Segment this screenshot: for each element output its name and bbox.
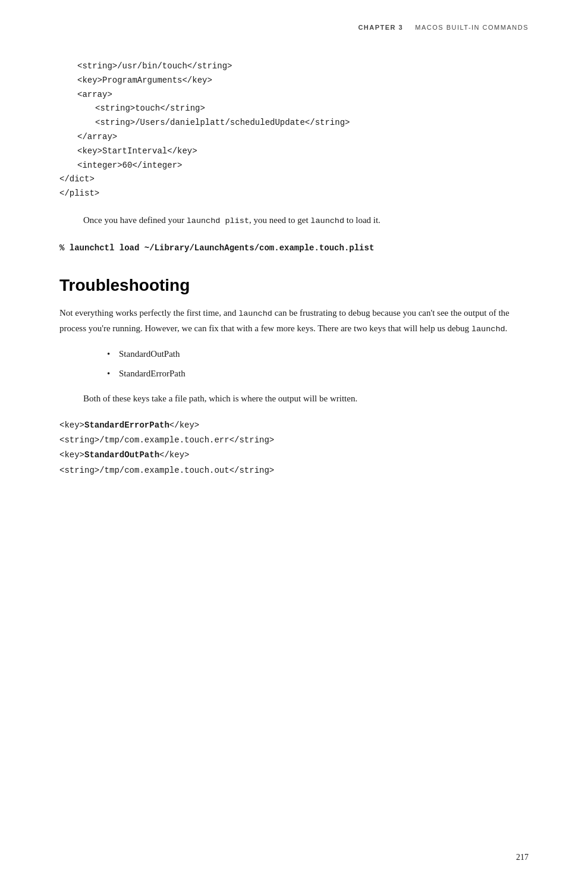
code-line: <string>/tmp/com.example.touch.out</stri…	[59, 463, 529, 478]
code-line: <string>/Users/danielplatt/scheduledUpda…	[59, 116, 529, 130]
bold-code: StandardErrorPath	[84, 420, 169, 430]
prose-paragraph-2: Not everything works perfectly the first…	[59, 306, 529, 336]
header-chapter: CHAPTER 3	[358, 24, 403, 31]
list-item: StandardErrorPath	[59, 366, 529, 381]
command-line: % launchctl load ~/Library/LaunchAgents/…	[59, 242, 529, 255]
code-line: <string>touch</string>	[59, 102, 529, 116]
code-block-bottom: <key>StandardErrorPath</key> <string>/tm…	[59, 418, 529, 478]
section-title: Troubleshooting	[59, 276, 529, 295]
list-item-label: StandardOutPath	[119, 349, 180, 359]
code-line: <key>ProgramArguments</key>	[59, 74, 529, 88]
prose-paragraph-1: Once you have defined your launchd plist…	[59, 213, 529, 228]
page-header: CHAPTER 3 MACOS BUILT-IN COMMANDS	[358, 24, 529, 31]
code-line: <string>/usr/bin/touch</string>	[59, 59, 529, 74]
inline-code-2: launchd	[310, 216, 344, 225]
code-line: <integer>60</integer>	[59, 159, 529, 173]
list-item-label: StandardErrorPath	[119, 369, 185, 378]
inline-code-4: launchd	[471, 325, 505, 334]
code-line: </plist>	[59, 187, 529, 201]
code-line: </dict>	[59, 172, 529, 187]
code-line: <key>StartInterval</key>	[59, 145, 529, 159]
list-item: StandardOutPath	[59, 347, 529, 362]
inline-code-3: launchd	[238, 309, 272, 318]
code-line: <string>/tmp/com.example.touch.err</stri…	[59, 433, 529, 448]
code-line: <array>	[59, 88, 529, 102]
code-block-top: <string>/usr/bin/touch</string> <key>Pro…	[59, 59, 529, 201]
page: CHAPTER 3 MACOS BUILT-IN COMMANDS <strin…	[0, 0, 588, 892]
code-line: <key>StandardErrorPath</key>	[59, 418, 529, 433]
inline-code-1: launchd plist	[187, 216, 249, 225]
code-line: </array>	[59, 130, 529, 145]
page-number: 217	[516, 853, 529, 862]
bold-code: StandardOutPath	[84, 450, 159, 460]
code-line: <key>StandardOutPath</key>	[59, 448, 529, 463]
bullet-list: StandardOutPath StandardErrorPath	[59, 347, 529, 381]
header-title: MACOS BUILT-IN COMMANDS	[415, 24, 529, 31]
prose-paragraph-3: Both of these keys take a file path, whi…	[59, 391, 529, 406]
